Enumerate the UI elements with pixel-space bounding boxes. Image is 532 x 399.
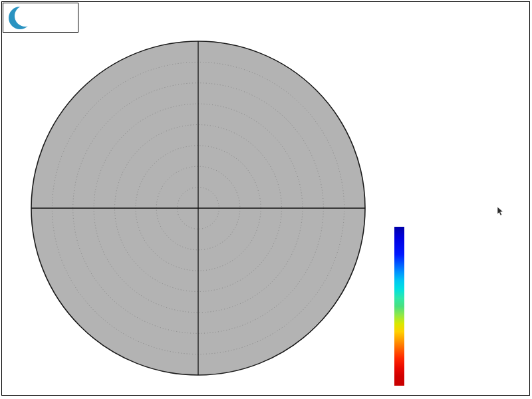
skymap-plot xyxy=(0,0,532,399)
showskymap-window xyxy=(0,0,532,399)
doppler-colorbar xyxy=(394,227,404,386)
mouse-cursor-icon xyxy=(497,207,505,216)
negative-doppler-legend xyxy=(444,337,448,347)
lowell-digisonde-logo xyxy=(3,3,78,33)
positive-doppler-legend xyxy=(444,262,448,272)
logo-crescent-icon xyxy=(3,3,34,31)
